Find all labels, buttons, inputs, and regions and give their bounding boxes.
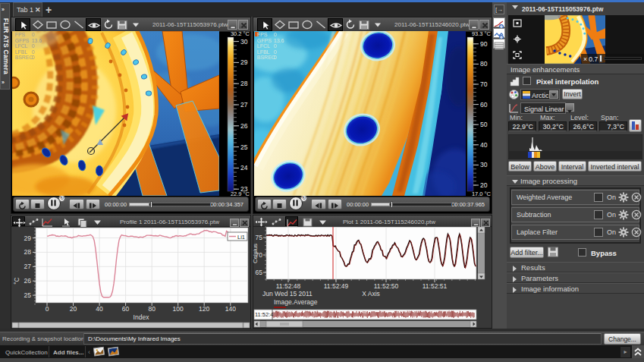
- svg-text:FPS: FPS: [15, 32, 26, 37]
- svg-text:0: 0: [32, 43, 35, 49]
- svg-text:93.3 °C: 93.3 °C: [472, 31, 492, 37]
- svg-text:30: 30: [240, 38, 248, 46]
- svg-text:LFBL: LFBL: [257, 49, 270, 55]
- svg-text:X Axis: X Axis: [362, 290, 380, 297]
- svg-text:50: 50: [480, 121, 488, 128]
- svg-text:0: 0: [46, 305, 49, 313]
- svg-text:BSREC: BSREC: [15, 55, 33, 60]
- svg-text:60: 60: [480, 101, 488, 109]
- svg-text:0: 0: [274, 49, 277, 55]
- svg-text:40: 40: [480, 141, 488, 149]
- svg-text:11:52:49: 11:52:49: [324, 282, 349, 290]
- svg-text:60: 60: [122, 305, 130, 313]
- svg-text:26: 26: [24, 277, 32, 285]
- svg-text:0: 0: [274, 32, 277, 37]
- svg-text:GFPS: GFPS: [15, 38, 30, 43]
- svg-text:40: 40: [96, 305, 103, 313]
- svg-text:80: 80: [480, 60, 488, 68]
- svg-text:Li1: Li1: [237, 234, 245, 241]
- svg-text:°C: °C: [13, 277, 20, 285]
- svg-text:140: 140: [225, 305, 236, 313]
- svg-text:11:52:50: 11:52:50: [374, 282, 399, 290]
- svg-text:13.6: 13.6: [274, 38, 284, 43]
- svg-text:FPS: FPS: [257, 32, 268, 37]
- svg-text:0: 0: [32, 55, 35, 60]
- svg-text:26: 26: [240, 122, 248, 130]
- svg-text:29: 29: [240, 58, 248, 66]
- svg-text:65: 65: [256, 269, 263, 276]
- svg-text:80: 80: [148, 305, 156, 313]
- svg-text:0: 0: [274, 55, 277, 60]
- svg-text:Celsius: Celsius: [253, 244, 259, 263]
- svg-text:27: 27: [24, 263, 32, 270]
- svg-text:11:52:4: 11:52:4: [255, 311, 273, 318]
- svg-text:LFBL: LFBL: [15, 49, 27, 55]
- svg-text:LFCL: LFCL: [15, 43, 28, 49]
- svg-text:70: 70: [480, 80, 488, 88]
- svg-text:29: 29: [24, 235, 32, 242]
- svg-text:90: 90: [480, 40, 488, 48]
- svg-text:GFPS: GFPS: [257, 38, 272, 43]
- svg-text:24: 24: [240, 164, 248, 172]
- svg-text:0: 0: [32, 49, 35, 55]
- svg-text:120: 120: [199, 305, 209, 313]
- svg-text:30: 30: [480, 161, 488, 168]
- svg-text:25: 25: [240, 143, 248, 151]
- svg-text:20: 20: [480, 181, 488, 189]
- svg-text:0: 0: [274, 43, 277, 49]
- svg-text:100: 100: [173, 305, 184, 313]
- svg-text:30.2 °C: 30.2 °C: [231, 31, 250, 37]
- svg-text:BSREC: BSREC: [257, 55, 275, 60]
- svg-text:27: 27: [240, 101, 248, 109]
- svg-text:13.6: 13.6: [32, 38, 42, 43]
- svg-text:22.9 °C: 22.9 °C: [231, 190, 250, 197]
- svg-text:Index: Index: [134, 313, 150, 321]
- svg-text:11:52:48: 11:52:48: [276, 282, 301, 290]
- svg-text:75: 75: [256, 234, 263, 241]
- svg-text:20: 20: [70, 305, 77, 313]
- svg-text:0: 0: [32, 32, 35, 37]
- svg-text:Jun Wed 15 2011: Jun Wed 15 2011: [262, 290, 313, 297]
- svg-text:LFCL: LFCL: [257, 43, 270, 49]
- svg-text:Image.Average: Image.Average: [274, 298, 318, 306]
- svg-text:25: 25: [24, 291, 32, 299]
- svg-text:11:52:51: 11:52:51: [423, 282, 448, 290]
- svg-text:28: 28: [24, 248, 32, 256]
- svg-text:28: 28: [240, 80, 248, 87]
- svg-text:17.0 °C: 17.0 °C: [472, 190, 492, 197]
